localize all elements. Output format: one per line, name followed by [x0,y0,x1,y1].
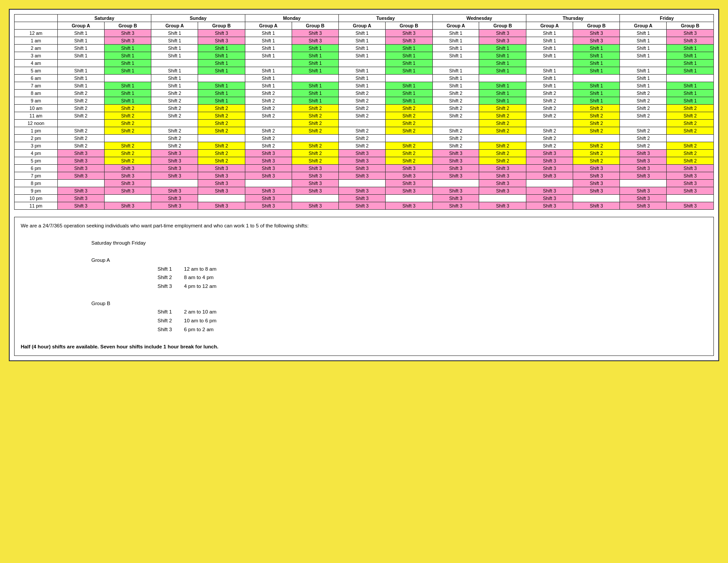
schedule-cell: Shift 2 [573,127,620,135]
schedule-cell: Shift 1 [57,30,104,37]
time-label: 7 pm [15,172,58,180]
shift-time: 2 am to 10 am [184,309,217,314]
mon-gb: Group B [292,22,339,30]
schedule-cell: Shift 3 [339,150,386,157]
schedule-cell: Shift 2 [526,135,573,142]
schedule-cell: Shift 1 [479,60,526,67]
schedule-cell: Shift 2 [245,127,292,135]
time-label: 11 am [15,112,58,120]
schedule-cell [104,75,151,82]
time-label: 1 pm [15,127,58,135]
schedule-cell: Shift 2 [432,90,479,97]
sun-gb: Group B [198,22,245,30]
schedule-cell: Shift 2 [292,105,339,112]
shift-name: Shift 2 [158,273,184,282]
time-label: 9 am [15,97,58,105]
schedule-cell: Shift 1 [573,82,620,90]
schedule-cell: Shift 2 [245,97,292,105]
schedule-cell: Shift 1 [245,37,292,45]
schedule-cell: Shift 3 [292,202,339,210]
schedule-cell: Shift 1 [573,97,620,105]
schedule-cell: Shift 1 [198,52,245,60]
schedule-cell: Shift 3 [151,157,198,165]
schedule-cell: Shift 2 [104,105,151,112]
schedule-cell: Shift 1 [526,67,573,75]
schedule-cell: Shift 2 [526,105,573,112]
shift-name: Shift 3 [158,282,184,291]
schedule-cell: Shift 2 [245,105,292,112]
schedule-cell: Shift 3 [151,195,198,202]
schedule-cell: Shift 3 [104,172,151,180]
schedule-cell: Shift 2 [198,105,245,112]
schedule-cell: Shift 2 [620,90,667,97]
schedule-cell: Shift 3 [573,30,620,37]
time-label: 12 noon [15,120,58,127]
schedule-cell: Shift 1 [339,75,386,82]
schedule-cell: Shift 3 [479,165,526,172]
time-label: 1 am [15,37,58,45]
schedule-cell: Shift 2 [385,142,432,150]
schedule-cell: Shift 3 [479,187,526,195]
time-label: 8 am [15,90,58,97]
schedule-cell: Shift 3 [198,180,245,187]
schedule-cell: Shift 2 [573,105,620,112]
schedule-cell: Shift 2 [245,90,292,97]
schedule-cell: Shift 3 [245,202,292,210]
schedule-cell: Shift 2 [57,127,104,135]
schedule-cell: Shift 1 [339,82,386,90]
schedule-cell: Shift 1 [292,97,339,105]
schedule-cell: Shift 1 [292,52,339,60]
schedule-cell: Shift 1 [432,67,479,75]
schedule-cell: Shift 1 [573,60,620,67]
schedule-cell: Shift 3 [385,180,432,187]
schedule-cell: Shift 2 [104,120,151,127]
schedule-cell: Shift 3 [151,150,198,157]
schedule-cell [479,135,526,142]
schedule-cell: Shift 2 [432,142,479,150]
schedule-cell: Shift 3 [620,202,667,210]
schedule-cell: Shift 3 [104,202,151,210]
schedule-cell [620,180,667,187]
schedule-cell: Shift 3 [432,187,479,195]
schedule-cell: Shift 1 [573,90,620,97]
schedule-cell: Shift 3 [620,187,667,195]
schedule-cell: Shift 3 [198,172,245,180]
shift-name: Shift 1 [158,308,184,317]
info-box: We are a 24/7/365 operation seeking indi… [14,217,714,356]
schedule-cell: Shift 2 [620,112,667,120]
schedule-cell: Shift 2 [479,120,526,127]
schedule-table: Saturday Sunday Monday Tuesday Wednesday… [14,14,714,210]
schedule-cell [620,120,667,127]
time-label: 6 am [15,75,58,82]
schedule-cell: Shift 1 [151,30,198,37]
schedule-cell: Shift 2 [292,150,339,157]
schedule-cell: Shift 3 [667,30,714,37]
schedule-cell: Shift 1 [339,67,386,75]
schedule-cell: Shift 1 [57,67,104,75]
schedule-cell: Shift 2 [151,97,198,105]
time-label: 5 am [15,67,58,75]
shift-time: 12 am to 8 am [184,266,217,272]
fri-ga: Group A [620,22,667,30]
schedule-cell: Shift 3 [667,165,714,172]
main-container: Saturday Sunday Monday Tuesday Wednesday… [9,9,719,361]
schedule-cell: Shift 3 [198,165,245,172]
schedule-cell: Shift 2 [292,120,339,127]
schedule-cell: Shift 1 [292,67,339,75]
schedule-cell: Shift 1 [479,67,526,75]
schedule-cell: Shift 3 [292,187,339,195]
schedule-cell: Shift 2 [198,150,245,157]
schedule-cell: Shift 1 [667,60,714,67]
schedule-cell: Shift 3 [526,150,573,157]
schedule-cell: Shift 3 [198,37,245,45]
schedule-cell: Shift 1 [620,82,667,90]
schedule-cell: Shift 2 [667,127,714,135]
schedule-cell: Shift 1 [57,82,104,90]
schedule-cell: Shift 2 [339,105,386,112]
time-label: 6 pm [15,165,58,172]
schedule-cell: Shift 1 [198,97,245,105]
schedule-cell: Shift 2 [198,142,245,150]
schedule-cell: Shift 3 [292,180,339,187]
group-b-label: Group B [91,301,110,306]
schedule-cell: Shift 1 [104,90,151,97]
